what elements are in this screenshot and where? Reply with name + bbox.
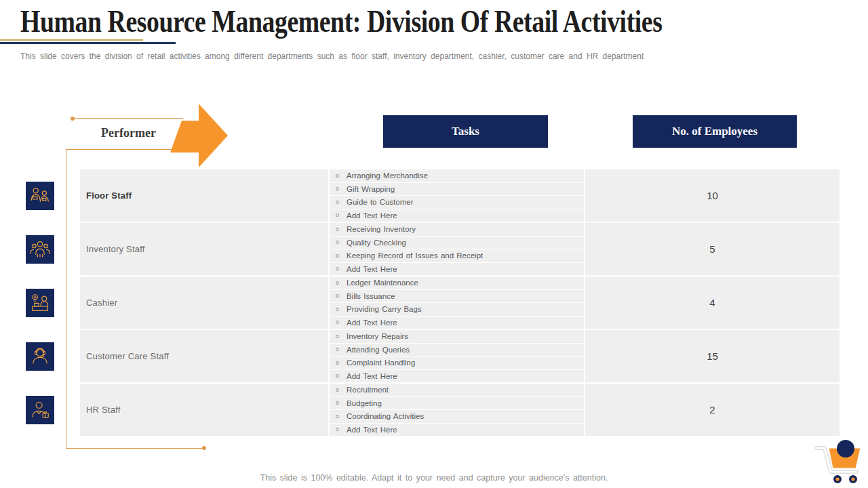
task-label: Add Text Here [347,211,397,220]
performer-name: HR Staff [80,384,328,436]
customer-care-icon [26,342,54,371]
table-row: Floor Staff Arranging MerchandiseGift Wr… [80,169,840,222]
task-list: Arranging MerchandiseGift WrappingGuide … [330,169,584,222]
bullet-icon [336,415,339,418]
task-label: Recruitment [347,386,389,394]
bullet-icon [336,174,339,178]
task-label: Guide to Customer [347,198,414,206]
task-item: Add Text Here [330,263,584,276]
bullet-icon [336,187,339,190]
task-item: Bills Issuance [330,290,584,304]
performer-name: Cashier [80,277,328,329]
slide-subtitle: This slide covers the division of retail… [20,52,644,61]
callout-line-bottom [66,448,204,449]
task-item: Coordinating Activities [330,410,584,424]
task-label: Complaint Handling [347,359,415,367]
title-underline-navy [0,42,176,44]
table-row: Inventory Staff Receiving InventoryQuali… [80,223,840,275]
task-list: Inventory RepairsAttending QueriesCompla… [330,330,584,382]
title-underline-gold [0,39,143,41]
bullet-icon [336,254,339,258]
bullet-icon [336,308,339,311]
employee-count: 4 [585,277,840,329]
task-label: Budgeting [347,399,382,407]
callout-line-mid [66,149,173,150]
footer-note: This slide is 100% editable. Adapt it to… [0,473,868,483]
task-label: Receiving Inventory [347,225,416,233]
bullet-icon [336,361,339,365]
slide: Human Resource Management: Division Of R… [0,0,868,488]
task-label: Attending Queries [347,346,410,354]
task-list: RecruitmentBudgetingCoordinating Activit… [330,384,584,436]
task-item: Gift Wrapping [330,183,584,197]
task-item: Guide to Customer [330,196,584,209]
employee-count: 2 [585,384,840,436]
task-label: Quality Checking [347,239,406,247]
task-label: Coordinating Activities [347,412,424,420]
task-label: Add Text Here [347,372,397,380]
callout-dot-top [71,117,75,121]
cashier-icon [26,289,54,317]
callout-line-vertical [66,149,66,449]
bullet-icon [336,228,339,231]
task-label: Bills Issuance [347,292,395,300]
task-item: Receiving Inventory [330,223,584,237]
staff-table-body: Floor Staff Arranging MerchandiseGift Wr… [80,169,840,437]
bullet-icon [336,321,339,324]
task-item: Add Text Here [330,424,584,436]
performer-name: Inventory Staff [80,223,328,275]
page-title: Human Resource Management: Division Of R… [20,3,662,39]
performer-name: Customer Care Staff [80,330,328,382]
performer-name: Floor Staff [80,169,328,222]
bullet-icon [336,281,339,285]
bullet-icon [336,294,339,298]
task-label: Ledger Maintenance [347,279,418,287]
table-row: HR Staff RecruitmentBudgetingCoordinatin… [80,384,840,436]
inventory-staff-icon [26,235,54,264]
task-label: Add Text Here [347,265,397,273]
task-item: Arranging Merchandise [330,169,584,183]
employee-count: 5 [585,223,840,275]
task-label: Arranging Merchandise [347,171,428,180]
task-item: Keeping Record of Issues and Receipt [330,249,584,263]
task-item: Add Text Here [330,209,584,222]
bullet-icon [336,428,339,431]
task-label: Add Text Here [347,319,397,327]
callout-dot-bottom [202,446,206,450]
table-row: Cashier Ledger MaintenanceBills Issuance… [80,277,840,329]
task-item: Providing Carry Bags [330,303,584,317]
callout-line-top [73,118,183,119]
bullet-icon [336,214,339,217]
task-label: Add Text Here [347,426,397,434]
task-item: Attending Queries [330,344,584,357]
task-label: Providing Carry Bags [347,305,422,313]
task-label: Inventory Repairs [347,332,408,340]
task-item: Budgeting [330,397,584,411]
bullet-icon [336,201,339,204]
task-list: Ledger MaintenanceBills IssuanceProvidin… [330,277,584,329]
task-list: Receiving InventoryQuality CheckingKeepi… [330,223,584,275]
shopping-cart-icon [812,438,865,488]
task-item: Quality Checking [330,237,584,250]
task-label: Gift Wrapping [347,185,395,193]
performer-column-header: Performer [76,126,181,140]
task-item: Complaint Handling [330,357,584,370]
task-item: Ledger Maintenance [330,277,584,290]
bullet-icon [336,374,339,378]
arrow-icon [168,102,229,172]
employees-column-header: No. of Employees [633,115,797,148]
table-row: Customer Care Staff Inventory RepairsAtt… [80,330,840,382]
employee-count: 10 [585,169,840,222]
employee-count: 15 [585,330,840,382]
task-item: Recruitment [330,384,584,397]
task-item: Add Text Here [330,317,584,329]
bullet-icon [336,241,339,244]
task-label: Keeping Record of Issues and Receipt [347,251,483,260]
floor-staff-icon [26,182,54,210]
bullet-icon [336,348,339,351]
bullet-icon [336,335,339,338]
bullet-icon [336,401,339,405]
tasks-column-header: Tasks [383,115,548,148]
task-item: Inventory Repairs [330,330,584,344]
bullet-icon [336,267,339,270]
